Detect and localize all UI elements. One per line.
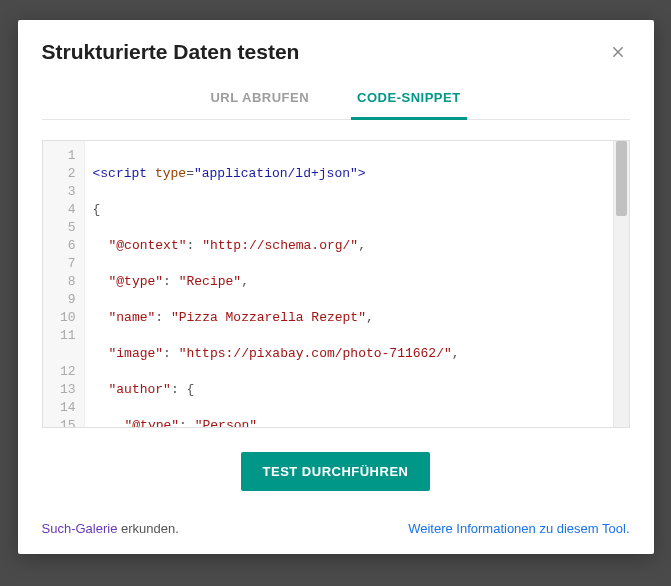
line-number: 7 — [43, 255, 76, 273]
dialog-title: Strukturierte Daten testen — [42, 40, 300, 64]
dialog-footer: Such-Galerie erkunden. Weitere Informati… — [42, 521, 630, 536]
line-number: 12 — [43, 363, 76, 381]
action-bar: TEST DURCHFÜHREN — [42, 452, 630, 491]
line-number: 1 — [43, 147, 76, 165]
run-test-button[interactable]: TEST DURCHFÜHREN — [241, 452, 431, 491]
code-content[interactable]: <script type="application/ld+json"> { "@… — [85, 141, 613, 427]
line-number: 4 — [43, 201, 76, 219]
search-gallery-link[interactable]: Such-Galerie — [42, 521, 118, 536]
line-number: 13 — [43, 381, 76, 399]
more-info-link[interactable]: Weitere Informationen zu diesem Tool. — [408, 521, 629, 536]
line-number: 15 — [43, 417, 76, 428]
line-number-gutter: 1 2 3 4 5 6 7 8 9 10 11 12 13 14 15 — [43, 141, 85, 427]
line-number: 14 — [43, 399, 76, 417]
tab-code-snippet[interactable]: CODE-SNIPPET — [351, 76, 467, 120]
structured-data-dialog: Strukturierte Daten testen URL ABRUFEN C… — [18, 20, 654, 554]
line-number: 11 — [43, 327, 76, 345]
tab-bar: URL ABRUFEN CODE-SNIPPET — [42, 76, 630, 120]
line-number: 9 — [43, 291, 76, 309]
editor-scrollbar[interactable] — [613, 141, 629, 427]
footer-left: Such-Galerie erkunden. — [42, 521, 179, 536]
dialog-header: Strukturierte Daten testen — [42, 40, 630, 64]
line-number: 8 — [43, 273, 76, 291]
footer-left-text: erkunden. — [117, 521, 178, 536]
code-editor[interactable]: 1 2 3 4 5 6 7 8 9 10 11 12 13 14 15 <scr… — [42, 140, 630, 428]
line-number: 6 — [43, 237, 76, 255]
scrollbar-thumb[interactable] — [616, 141, 627, 216]
line-number: 10 — [43, 309, 76, 327]
line-number: 5 — [43, 219, 76, 237]
tab-url-fetch[interactable]: URL ABRUFEN — [204, 76, 315, 120]
line-number: 3 — [43, 183, 76, 201]
line-number: 2 — [43, 165, 76, 183]
close-icon[interactable] — [606, 40, 630, 64]
